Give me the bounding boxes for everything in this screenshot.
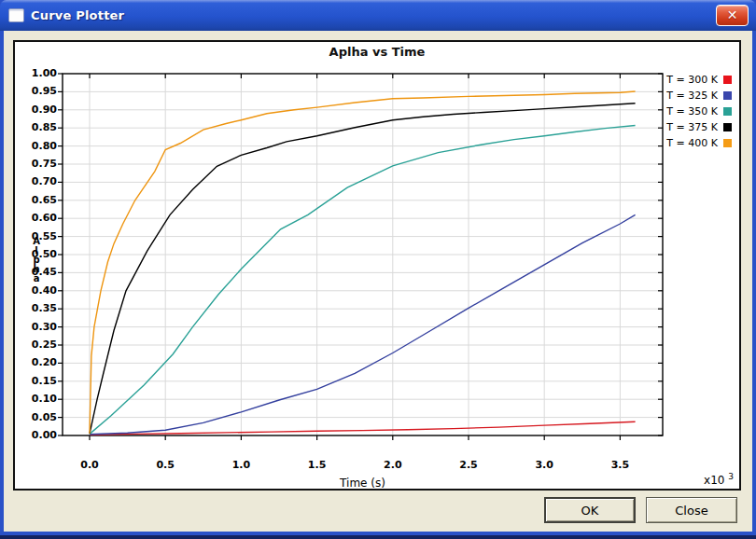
x-tick-label: 3.5: [597, 459, 642, 471]
y-tick-label: 0.35: [16, 302, 57, 314]
multiplier-exponent: 3: [728, 472, 734, 481]
y-tick-label: 0.15: [16, 375, 57, 387]
legend-label: T = 300 K: [666, 74, 718, 86]
legend-label: T = 400 K: [666, 137, 718, 149]
curve-T=350K: [90, 126, 636, 435]
legend-item: T = 325 K: [665, 88, 732, 104]
x-axis-multiplier: x10 3: [704, 472, 734, 487]
title-bar[interactable]: Curve Plotter ✕: [0, 0, 756, 31]
y-tick-label: 0.80: [16, 140, 57, 152]
legend-swatch: [723, 76, 732, 84]
chart-legend: T = 300 KT = 325 KT = 350 KT = 375 KT = …: [665, 72, 732, 151]
y-axis-title: Alpha: [30, 237, 43, 283]
legend-swatch: [723, 139, 732, 147]
y-tick-label: 0.25: [16, 339, 57, 351]
curve-T=375K: [90, 104, 636, 434]
x-tick-label: 0.0: [67, 459, 112, 471]
x-tick-label: 1.0: [218, 459, 263, 471]
y-tick-label: 0.05: [16, 411, 57, 423]
x-tick-label: 2.0: [371, 459, 415, 471]
y-tick-label: 0.00: [16, 429, 57, 441]
button-row: OK Close: [544, 497, 737, 523]
curve-T=400K: [90, 91, 636, 434]
window-bottom-edge: [0, 535, 756, 539]
legend-item: T = 375 K: [665, 119, 732, 135]
legend-item: T = 400 K: [665, 135, 732, 151]
legend-label: T = 325 K: [666, 90, 718, 102]
y-tick-label: 0.40: [16, 284, 57, 297]
y-tick-label: 0.30: [16, 321, 57, 333]
curve-plotter-window: Curve Plotter ✕ Aplha vs Time 1.000.950.…: [0, 0, 756, 539]
window-title: Curve Plotter: [31, 8, 124, 22]
x-tick-label: 1.5: [295, 459, 340, 471]
legend-label: T = 350 K: [666, 105, 718, 117]
close-icon[interactable]: ✕: [716, 5, 749, 26]
x-axis-title: Time (s): [63, 477, 663, 490]
y-tick-label: 0.75: [16, 158, 57, 170]
x-tick-label: 2.5: [446, 459, 491, 471]
y-tick-label: 0.65: [16, 194, 57, 206]
plot-area: [15, 42, 739, 489]
legend-label: T = 375 K: [666, 121, 718, 133]
y-tick-label: 0.95: [16, 85, 57, 97]
multiplier-base: x10: [704, 474, 724, 487]
y-tick-label: 1.00: [16, 67, 57, 79]
ok-button[interactable]: OK: [544, 497, 636, 523]
close-button[interactable]: Close: [646, 497, 737, 523]
y-axis-title-char: a: [30, 274, 43, 283]
y-tick-label: 0.10: [16, 393, 57, 405]
x-tick-label: 0.5: [143, 459, 188, 471]
dialog-content: Aplha vs Time 1.000.950.900.850.800.750.…: [4, 31, 752, 532]
x-tick-label: 3.0: [522, 459, 567, 471]
legend-swatch: [723, 91, 732, 100]
legend-swatch: [723, 107, 732, 116]
y-tick-label: 0.90: [16, 104, 57, 116]
legend-swatch: [723, 123, 732, 131]
y-tick-label: 0.20: [16, 356, 57, 368]
legend-item: T = 350 K: [665, 104, 732, 119]
legend-item: T = 300 K: [665, 72, 732, 88]
curve-T=325K: [90, 214, 636, 434]
y-tick-label: 0.60: [16, 212, 57, 224]
window-icon: [8, 8, 24, 22]
y-tick-label: 0.85: [16, 121, 57, 133]
y-tick-label: 0.70: [16, 175, 57, 187]
chart-panel: Aplha vs Time 1.000.950.900.850.800.750.…: [13, 40, 741, 491]
